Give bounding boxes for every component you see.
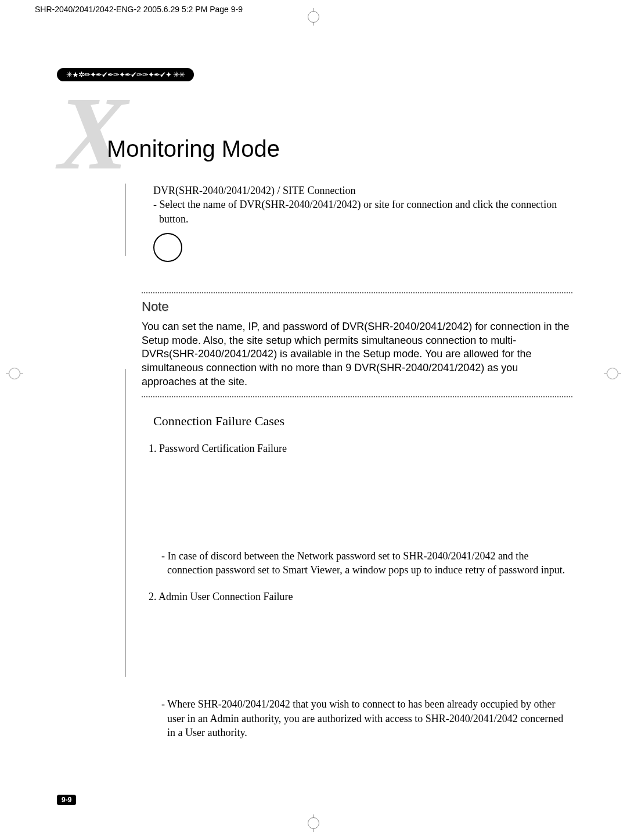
chapter-letter: X [58, 81, 128, 186]
page-imprint: SHR-2040/2041/2042-ENG-2 2005.6.29 5:2 P… [35, 5, 243, 14]
crop-mark-left [6, 365, 23, 382]
list-item-1: 1. Password Certification Failure [149, 443, 572, 455]
list-item-2-explanation: - Where SHR-2040/2041/2042 that you wish… [161, 697, 572, 740]
section-heading: Connection Failure Cases [153, 414, 572, 429]
crop-mark-right [604, 365, 621, 382]
intro-line-2: - Select the name of DVR(SHR-2040/2041/2… [153, 198, 572, 226]
intro-section: DVR(SHR-2040/2041/2042) / SITE Connectio… [125, 184, 572, 226]
note-section: Note You can set the name, IP, and passw… [142, 293, 572, 396]
page-number: 9-9 [57, 795, 76, 805]
list-item-1-explanation: - In case of discord between the Network… [161, 549, 572, 577]
note-body: You can set the name, IP, and password o… [142, 320, 572, 389]
chapter-title: Monitoring Mode [107, 136, 280, 162]
dotted-divider [142, 396, 572, 397]
note-title: Note [142, 299, 572, 314]
crop-mark-bottom [305, 814, 322, 832]
crop-mark-top [305, 8, 322, 26]
intro-line-1: DVR(SHR-2040/2041/2042) / SITE Connectio… [153, 184, 572, 198]
circle-icon [153, 233, 182, 262]
image-placeholder [125, 603, 572, 684]
image-placeholder [125, 455, 572, 536]
list-item-2: 2. Admin User Connection Failure [149, 591, 572, 603]
content-area: DVR(SHR-2040/2041/2042) / SITE Connectio… [125, 184, 572, 740]
